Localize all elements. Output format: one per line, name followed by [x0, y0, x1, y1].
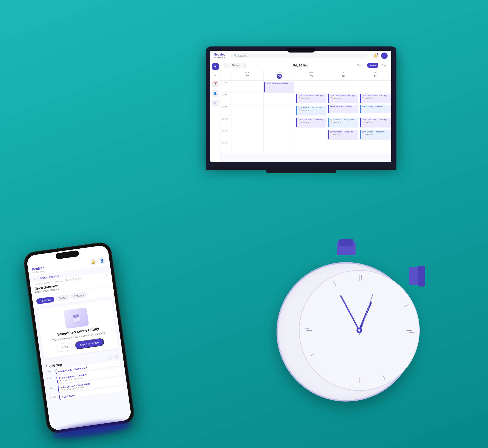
- user-avatar[interactable]: [381, 53, 388, 59]
- app-workspace: Workspace: [214, 56, 226, 59]
- svg-line-18: [341, 296, 359, 330]
- time-8am: 8 AM: [221, 93, 231, 105]
- notification-badge: [376, 53, 378, 55]
- event-emily-thu[interactable]: Emily Johnson – Vaccinat: [328, 105, 359, 113]
- phone-cal-next[interactable]: ›: [114, 354, 120, 360]
- event-jessica-thu[interactable]: Jessica Smith – Vaccination 📍 Room A26: [328, 118, 359, 128]
- event-david-thu[interactable]: David Anderson – Check-up 📍 Room A26: [328, 94, 359, 104]
- svg-line-16: [359, 275, 364, 280]
- stopwatch-crown: [337, 241, 356, 255]
- stopwatch-inner: [299, 270, 420, 391]
- cal-prev-btn[interactable]: ‹: [224, 63, 229, 68]
- phone-success-card: Scheduled successfully Your appointment …: [37, 299, 119, 359]
- laptop-screen: NeoMed Workspace 🔍 Search... 🔔: [210, 51, 391, 162]
- laptop-stand: [266, 170, 336, 173]
- svg-point-21: [358, 329, 360, 332]
- open-schedule-button[interactable]: Open schedule: [75, 338, 104, 350]
- app-sidebar: ⊞ ◀ 📅 👤 ⚙: [210, 61, 221, 162]
- tab-patients[interactable]: Patients: [70, 292, 87, 300]
- phone-cal-prev[interactable]: ‹: [107, 355, 113, 361]
- app-body: ⊞ ◀ 📅 👤 ⚙ ‹ Today ›: [210, 61, 391, 162]
- sidebar-collapse-btn[interactable]: ◀: [213, 73, 217, 77]
- app-logo: NeoMed: [214, 53, 226, 56]
- cal-col-wed: David Anderson – Check-up 📍 Room A26 Joh…: [295, 81, 328, 153]
- svg-line-17: [359, 303, 371, 330]
- event-david-wed-2[interactable]: David Anderson – Check-up 📍 Room A26: [296, 118, 327, 128]
- time-header-empty: [221, 70, 232, 80]
- day-header-wed: Wed 09: [295, 70, 328, 80]
- time-9am: 9 AM: [221, 105, 231, 117]
- stopwatch: [265, 239, 428, 401]
- event-david-fri-2[interactable]: David Anderson – Check-up 📍 Room A26: [360, 118, 391, 128]
- tab-week[interactable]: Week: [368, 63, 379, 68]
- calendar-area: ‹ Today › Fri, 20 Sep Month Week Day: [221, 61, 391, 162]
- phone-header-icons: 🔔 👤: [89, 257, 106, 266]
- time-7am: 7 AM: [221, 81, 231, 93]
- time-10am: 10 AM: [221, 117, 231, 129]
- svg-line-9: [381, 375, 387, 380]
- laptop-notch: [287, 48, 315, 53]
- calendar-day-headers: Mon 07 Tue 08 Wed 09: [221, 70, 391, 81]
- cal-today-btn[interactable]: Today: [230, 63, 241, 68]
- time-12pm: 12 PM: [221, 141, 231, 153]
- event-david-fri[interactable]: David Anderson – Check-up 📍 Room A28: [360, 94, 391, 104]
- calendar-nav: ‹ Today ›: [224, 63, 247, 68]
- event-james-thu[interactable]: James Wilson – Check-up 📍 Room A26: [328, 130, 359, 140]
- tab-day[interactable]: Day: [379, 63, 389, 68]
- calendar-toolbar: ‹ Today › Fri, 20 Sep Month Week Day: [221, 61, 391, 70]
- notification-button[interactable]: 🔔: [372, 53, 379, 59]
- time-column: 7 AM 8 AM 9 AM 10 AM 11 AM 12 PM: [221, 81, 232, 153]
- back-arrow-icon: ←: [33, 277, 36, 280]
- cal-col-fri: David Anderson – Check-up 📍 Room A28 Sar…: [359, 81, 391, 153]
- phone-notif-btn[interactable]: 🔔: [89, 258, 97, 266]
- phone-bell-icon: 🔔: [91, 260, 96, 264]
- event-john-fri[interactable]: John Ericson – Vaccinatio 📍 Room A26: [360, 130, 391, 140]
- event-emily-tue[interactable]: Emily Johnson – Vaccinat: [264, 81, 295, 93]
- sidebar-item-users[interactable]: 👤: [212, 90, 219, 97]
- calendar-view-tabs: Month Week Day: [355, 63, 389, 68]
- tab-month[interactable]: Month: [355, 63, 367, 68]
- event-john-wed[interactable]: John Ericson – Vaccination 📍 Room A26: [296, 106, 327, 115]
- sidebar-item-settings[interactable]: ⚙: [212, 100, 219, 106]
- event-sarah-fri[interactable]: Sarah Smith – Vaccinatio: [360, 105, 391, 113]
- cal-col-mon: [232, 81, 264, 153]
- success-illustration: [64, 307, 89, 329]
- laptop-base: [206, 165, 396, 170]
- svg-line-10: [355, 381, 360, 386]
- cal-col-thu: David Anderson – Check-up 📍 Room A26 Emi…: [328, 81, 360, 153]
- phone-avatar-btn[interactable]: 👤: [98, 257, 106, 265]
- expand-button[interactable]: ⤡: [104, 272, 108, 277]
- stopwatch-body: [277, 262, 416, 401]
- stopwatch-side-btn2: [418, 266, 425, 287]
- stopwatch-face: [300, 271, 419, 390]
- close-button[interactable]: Close: [56, 342, 73, 352]
- cal-col-tue: Emily Johnson – Vaccinat: [264, 81, 296, 153]
- day-header-tue: Tue 08: [264, 70, 296, 80]
- scene: NeoMed Workspace 🔍 Search... 🔔: [0, 0, 488, 448]
- time-11am: 11 AM: [221, 129, 231, 141]
- day-header-thu: Thu 10: [328, 70, 360, 80]
- svg-line-12: [310, 352, 315, 358]
- svg-line-13: [304, 326, 309, 331]
- search-placeholder: Search...: [238, 54, 248, 57]
- svg-line-15: [332, 281, 337, 286]
- phone-avatar-icon: 👤: [100, 259, 104, 263]
- calendar-title: Fri, 20 Sep: [249, 64, 352, 67]
- laptop-device: NeoMed Workspace 🔍 Search... 🔔: [206, 47, 396, 173]
- tab-schedule[interactable]: Schedule: [36, 296, 55, 304]
- calendar-grid: 7 AM 8 AM 9 AM 10 AM 11 AM 12 PM: [221, 81, 391, 153]
- search-icon: 🔍: [233, 54, 237, 57]
- tab-tasks[interactable]: Tasks: [55, 294, 70, 302]
- stopwatch-crown-top: [339, 239, 353, 246]
- header-right: 🔔: [372, 53, 388, 59]
- day-header-fri: Fri 11: [359, 70, 391, 80]
- cal-next-btn[interactable]: ›: [242, 63, 247, 68]
- search-bar[interactable]: 🔍 Search...: [230, 53, 368, 58]
- svg-line-7: [409, 330, 415, 335]
- event-david-wed-1[interactable]: David Anderson – Check-up 📍 Room A26: [296, 94, 327, 104]
- phone-cal-nav: ‹ ›: [107, 354, 120, 361]
- svg-line-6: [404, 303, 409, 309]
- sidebar-item-grid[interactable]: ⊞: [212, 63, 219, 70]
- sidebar-item-calendar[interactable]: 📅: [212, 80, 219, 87]
- laptop-frame: NeoMed Workspace 🔍 Search... 🔔: [206, 47, 396, 165]
